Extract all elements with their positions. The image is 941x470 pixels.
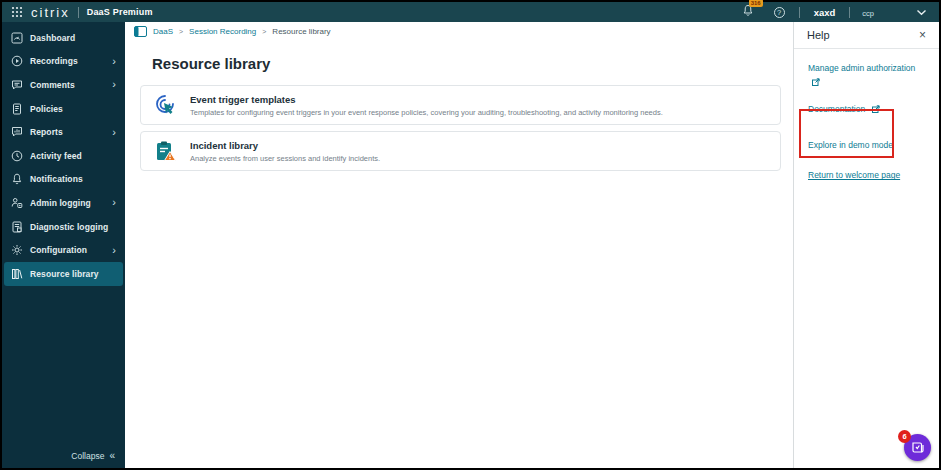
sidebar-item-admin-logging[interactable]: Admin logging ›	[2, 191, 125, 215]
username-label[interactable]: xaxd	[814, 7, 836, 18]
configuration-icon	[11, 244, 23, 256]
sidebar-collapse-button[interactable]: Collapse «	[71, 450, 115, 461]
breadcrumb-link-daas[interactable]: DaaS	[153, 27, 173, 36]
external-link-icon	[872, 104, 880, 118]
recordings-icon	[11, 55, 23, 67]
page-title: Resource library	[152, 55, 793, 72]
top-bar-left: citrix DaaS Premium	[2, 5, 153, 20]
top-bar: citrix DaaS Premium 316 ? xaxd ccp	[2, 2, 939, 22]
breadcrumb-link-session-recording[interactable]: Session Recording	[189, 27, 256, 36]
sidebar-item-label: Resource library	[30, 269, 99, 279]
diagnostic-logging-icon	[11, 221, 23, 233]
collapse-label: Collapse	[71, 451, 104, 461]
comments-icon	[11, 79, 23, 91]
link-label: Documentation	[808, 104, 865, 114]
help-panel: Help × Manage admin authorization Docume…	[793, 22, 939, 468]
breadcrumb-current-page: Resource library	[272, 27, 330, 36]
org-label[interactable]: ccp	[862, 9, 874, 18]
policies-icon	[11, 103, 23, 115]
help-panel-header: Help ×	[794, 22, 939, 49]
breadcrumb-separator-icon: >	[179, 28, 183, 35]
resource-cards: Event trigger templates Templates for co…	[140, 85, 781, 171]
sidebar-item-label: Admin logging	[30, 198, 91, 208]
chevron-right-icon: ›	[112, 56, 116, 67]
sidebar-item-activity-feed[interactable]: Activity feed	[2, 144, 125, 168]
sidebar-item-diagnostic-logging[interactable]: Diagnostic logging	[2, 215, 125, 239]
activity-feed-icon	[11, 150, 23, 162]
sidebar-item-reports[interactable]: Reports ›	[2, 120, 125, 144]
breadcrumb: DaaS > Session Recording > Resource libr…	[125, 22, 793, 40]
sidebar-item-label: Diagnostic logging	[30, 222, 108, 232]
chat-notification-badge: 6	[898, 430, 911, 443]
link-documentation[interactable]: Documentation	[808, 103, 925, 118]
link-label: Manage admin authorization	[808, 63, 915, 73]
notifications-bell-icon[interactable]: 316	[742, 3, 754, 21]
panel-toggle-icon[interactable]	[134, 26, 147, 37]
app-window: citrix DaaS Premium 316 ? xaxd ccp	[0, 0, 941, 470]
help-icon[interactable]: ?	[774, 7, 785, 18]
topbar-divider	[78, 7, 79, 18]
admin-logging-icon	[11, 197, 23, 209]
card-text: Incident library Analyze events from use…	[190, 140, 380, 163]
account-chevron-down-icon[interactable]	[916, 9, 927, 16]
sidebar-item-notifications[interactable]: Notifications	[2, 168, 125, 192]
citrix-logo: citrix	[31, 5, 70, 20]
sidebar-item-label: Notifications	[30, 174, 83, 184]
notifications-icon	[11, 173, 23, 185]
main-content: DaaS > Session Recording > Resource libr…	[125, 22, 793, 468]
guide-book-icon	[911, 441, 925, 454]
link-manage-admin-authorization[interactable]: Manage admin authorization	[808, 62, 924, 90]
link-explore-demo-mode[interactable]: Explore in demo mode	[808, 139, 925, 153]
sidebar-item-label: Recordings	[30, 56, 78, 66]
sidebar-item-label: Comments	[30, 80, 75, 90]
card-text: Event trigger templates Templates for co…	[190, 94, 663, 117]
card-description: Templates for configuring event triggers…	[190, 108, 663, 117]
sidebar-item-comments[interactable]: Comments ›	[2, 73, 125, 97]
sidebar-item-label: Configuration	[30, 245, 87, 255]
chevron-right-icon: ›	[112, 127, 116, 138]
topbar-divider	[849, 7, 850, 18]
help-links: Manage admin authorization Documentation…	[794, 49, 939, 183]
sidebar-item-resource-library[interactable]: Resource library	[4, 262, 123, 286]
sidebar-item-dashboard[interactable]: Dashboard	[2, 26, 125, 50]
chevron-right-icon: ›	[112, 197, 116, 208]
card-event-trigger-templates[interactable]: Event trigger templates Templates for co…	[140, 85, 781, 125]
chevron-right-icon: ›	[112, 245, 116, 256]
sidebar-item-policies[interactable]: Policies	[2, 97, 125, 121]
link-return-welcome-page[interactable]: Return to welcome page	[808, 169, 925, 183]
top-bar-right: 316 ? xaxd ccp	[742, 3, 939, 21]
topbar-divider	[799, 7, 800, 18]
external-link-icon	[812, 77, 820, 91]
sidebar-item-label: Reports	[30, 127, 63, 137]
sidebar-item-configuration[interactable]: Configuration ›	[2, 238, 125, 262]
chevron-right-icon: ›	[112, 79, 116, 90]
card-description: Analyze events from user sessions and id…	[190, 154, 380, 163]
collapse-chevrons-icon: «	[109, 450, 115, 461]
help-panel-title: Help	[807, 29, 830, 41]
reports-icon	[11, 126, 23, 138]
resource-library-icon	[11, 268, 23, 280]
notification-count-badge: 316	[749, 0, 763, 7]
breadcrumb-separator-icon: >	[262, 28, 266, 35]
app-grid-icon[interactable]	[11, 6, 23, 18]
sidebar-item-label: Activity feed	[30, 151, 82, 161]
incident-library-icon	[153, 139, 177, 163]
card-title: Event trigger templates	[190, 94, 663, 105]
product-name: DaaS Premium	[87, 7, 153, 17]
sidebar-nav: Dashboard Recordings › Comments › Polici…	[2, 22, 125, 468]
dashboard-icon	[11, 32, 23, 44]
event-trigger-icon	[153, 93, 177, 117]
sidebar-item-label: Policies	[30, 104, 63, 114]
card-title: Incident library	[190, 140, 380, 151]
sidebar-item-recordings[interactable]: Recordings ›	[2, 50, 125, 74]
close-icon[interactable]: ×	[919, 29, 926, 41]
card-incident-library[interactable]: Incident library Analyze events from use…	[140, 131, 781, 171]
sidebar-item-label: Dashboard	[30, 33, 75, 43]
